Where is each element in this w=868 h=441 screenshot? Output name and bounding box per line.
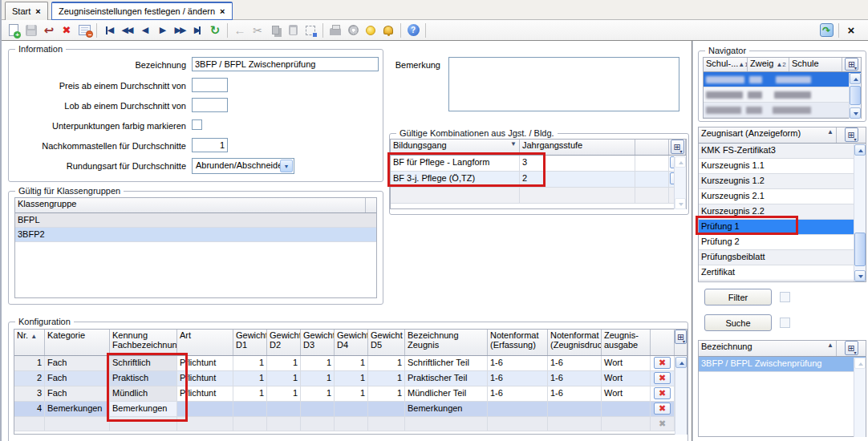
scroll-thumb[interactable] <box>854 233 866 266</box>
scroll-thumb[interactable] <box>850 86 861 105</box>
column-header-klassengruppe[interactable]: Klassengruppe <box>15 198 366 212</box>
field-chooser-icon[interactable]: ⊞▾ <box>845 341 858 355</box>
tab-main-close-icon[interactable]: × <box>220 7 225 16</box>
filter-checkbox[interactable] <box>780 292 790 302</box>
suche-button[interactable]: Suche <box>704 314 772 331</box>
column-header-bildungsgang[interactable]: Bildungsgang ▼ <box>391 140 520 155</box>
col-gewicht-d1[interactable]: GewichtD1 <box>233 330 267 355</box>
first-record-icon[interactable]: ◀ <box>100 22 118 38</box>
tab-start[interactable]: Start × <box>5 2 48 20</box>
navigator-scrollbar[interactable] <box>849 73 861 119</box>
tab-zeugniseinstellungen[interactable]: Zeugniseinstellungen festlegen / ändern … <box>51 2 233 20</box>
close-panel-icon[interactable]: × <box>842 22 860 38</box>
col-gewicht-d2[interactable]: GewichtD2 <box>267 330 301 355</box>
delete-row-icon[interactable]: ✖ <box>654 387 671 399</box>
list-item[interactable]: Kurszeugnis 1.2 <box>699 174 866 189</box>
bezeichnung-scrollbar[interactable] <box>854 358 866 437</box>
field-chooser-icon[interactable]: ⊞▾ <box>675 330 687 344</box>
klassengruppe-cell[interactable]: 3BFP2 <box>15 228 376 241</box>
edit-form-icon[interactable] <box>75 22 93 38</box>
table-row[interactable]: 3 Fach Mündlich Pflichtunt 1 1 1 1 1 Mün… <box>14 386 687 402</box>
col-notenformat-zeugnisdruck[interactable]: Notenformat(Zeugnisdruck) <box>548 330 602 355</box>
jahrgangsstufe-cell[interactable]: 3 <box>520 156 635 171</box>
table-row[interactable]: BF 3-j. Pflege (Ö,TZ) 2 ✖ <box>391 172 686 188</box>
tab-start-close-icon[interactable]: × <box>35 7 40 16</box>
col-gewicht-d3[interactable]: GewichtD3 <box>301 330 335 355</box>
col-notenformat-erfassung[interactable]: Notenformat(Erfassung) <box>488 330 548 355</box>
last-record-icon[interactable]: ▶ <box>189 22 206 38</box>
bildungsgang-cell[interactable]: BF für Pflege - Langform <box>391 156 520 171</box>
list-item-selected[interactable]: Prüfung 1 <box>699 220 866 235</box>
col-bezeichnung-zeugnis[interactable]: BezeichnungZeugnis <box>405 330 488 355</box>
delete-row-icon[interactable]: ✖ <box>654 403 671 415</box>
navigator-row[interactable] <box>704 87 861 103</box>
notification-bell-icon[interactable] <box>379 22 397 38</box>
col-bezeichnung[interactable]: Bezeichnung ▲ <box>699 341 837 356</box>
refresh-icon[interactable]: ↻ <box>206 22 224 38</box>
list-item[interactable]: Kurszeugnis 2.2 <box>699 204 866 220</box>
fast-forward-icon[interactable]: ▶▶ <box>171 22 189 38</box>
table-row-empty[interactable]: ✖ <box>391 188 686 204</box>
col-kategorie[interactable]: Kategorie <box>45 330 110 355</box>
previous-record-icon[interactable]: ◀ <box>136 22 153 38</box>
scroll-down-icon[interactable] <box>850 107 861 119</box>
scroll-up-icon[interactable] <box>854 144 866 156</box>
sync-panel-icon[interactable]: ↷ <box>817 22 835 38</box>
col-gewicht-d5[interactable]: GewichtD5 <box>368 330 405 355</box>
list-item[interactable]: Zertifikat <box>699 265 866 281</box>
list-item[interactable]: 3BFP2 <box>15 228 376 242</box>
new-record-icon[interactable]: + <box>5 22 22 38</box>
chevron-down-icon[interactable]: ▼ <box>280 160 293 172</box>
undo-icon[interactable]: ↩ <box>40 22 58 38</box>
preis-input[interactable] <box>192 78 228 92</box>
column-header-jahrgangsstufe[interactable]: Jahrgangsstufe <box>520 140 635 155</box>
unterpunktungen-checkbox[interactable] <box>192 119 202 130</box>
list-item-selected[interactable]: 3BFP / BFPL Zwischenprüfung <box>699 357 866 372</box>
filter-button[interactable]: Filter <box>704 289 772 305</box>
delete-record-icon[interactable]: ✖ <box>58 22 75 38</box>
bildungsgang-cell[interactable]: BF 3-j. Pflege (Ö,TZ) <box>391 172 520 187</box>
field-chooser-icon[interactable]: ⊞▾ <box>845 127 858 142</box>
list-item[interactable]: KMK FS-Zertifikat3 <box>699 144 866 159</box>
next-record-icon[interactable]: ▶ <box>153 22 171 38</box>
delete-row-icon[interactable]: ✖ <box>654 372 671 384</box>
scroll-up-icon[interactable] <box>850 73 861 84</box>
select-region-icon[interactable] <box>302 22 319 38</box>
kombinationen-scrollbar[interactable] <box>674 156 686 209</box>
rundungsart-select[interactable]: Abrunden/Abschneiden ▼ <box>192 158 294 174</box>
navigator-row[interactable] <box>704 103 861 118</box>
table-row[interactable]: 2 Fach Praktisch Pflichtunt 1 1 1 1 1 Pr… <box>14 371 687 386</box>
scroll-up-icon[interactable] <box>675 357 687 368</box>
col-schule[interactable]: Schule <box>789 58 842 71</box>
list-item[interactable]: BFPL <box>15 213 376 228</box>
col-schulnr[interactable]: Schul-...▲1 <box>704 58 748 71</box>
scroll-down-icon[interactable] <box>854 270 866 281</box>
bezeichnung-input[interactable] <box>192 57 379 71</box>
col-zeugnisart[interactable]: Zeugnisart (Anzeigeform) ▲ <box>699 127 837 143</box>
suche-checkbox[interactable] <box>780 318 790 328</box>
col-zweig[interactable]: Zweig ▲2 <box>748 58 789 71</box>
help-icon[interactable]: ? <box>404 22 422 38</box>
delete-row-icon[interactable]: ✖ <box>654 357 671 369</box>
scroll-up-icon[interactable] <box>854 358 866 369</box>
col-kennung[interactable]: KennungFachbezeichnung <box>110 330 177 355</box>
zeugnisart-scrollbar[interactable] <box>854 144 866 281</box>
nachkomma-input[interactable] <box>192 138 228 152</box>
table-row[interactable]: 1 Fach Schriftlich Pflichtunt 1 1 1 1 1 … <box>14 356 687 371</box>
col-gewicht-d4[interactable]: GewichtD4 <box>335 330 368 355</box>
table-row[interactable]: BF für Pflege - Langform 3 ✖ <box>391 156 686 172</box>
fast-backward-icon[interactable]: ◀◀ <box>118 22 136 38</box>
list-item[interactable]: Kurszeugnis 2.1 <box>699 189 866 204</box>
jahrgangsstufe-cell[interactable]: 2 <box>520 172 635 187</box>
field-chooser-icon[interactable]: ⊞▾ <box>845 58 858 71</box>
konfiguration-scrollbar[interactable] <box>675 357 687 435</box>
lob-input[interactable] <box>192 98 228 112</box>
klassengruppe-cell[interactable]: BFPL <box>15 213 376 227</box>
table-row-empty[interactable]: ✖ <box>14 417 687 431</box>
scroll-up-icon[interactable] <box>675 156 686 168</box>
bemerkung-textarea[interactable] <box>448 57 679 111</box>
save-icon[interactable] <box>22 22 40 38</box>
field-chooser-icon[interactable]: ⊞▾ <box>671 140 684 154</box>
table-row-selected[interactable]: 4 Bemerkungen Bemerkungen Bemerkungen ✖ <box>14 402 687 417</box>
hint-lightbulb-icon[interactable] <box>362 22 379 38</box>
